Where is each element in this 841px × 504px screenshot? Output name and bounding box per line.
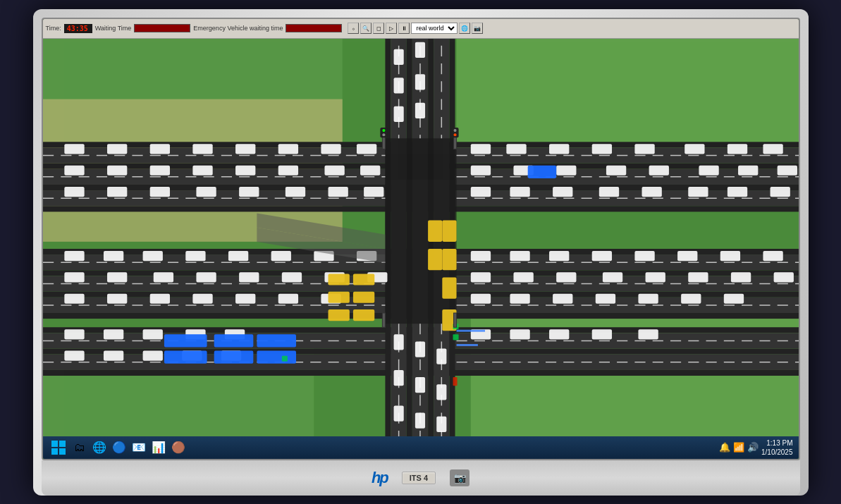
svg-rect-149 [64,329,84,339]
svg-rect-183 [442,277,456,298]
svg-rect-56 [506,144,526,154]
svg-rect-130 [228,251,247,261]
svg-rect-73 [553,187,572,197]
svg-rect-109 [720,251,739,261]
svg-rect-225 [59,448,66,455]
svg-rect-182 [442,249,456,270]
app-toolbar: Time: 43:35 Waiting Time Emergency Vehic… [43,19,799,39]
svg-rect-58 [591,144,611,154]
emergency-label: Emergency Vehicle waiting time [193,25,283,32]
svg-rect-123 [638,293,658,303]
svg-rect-201 [453,334,458,340]
taskbar-icon-chrome[interactable]: 🔵 [111,439,128,456]
toolbar-btn-2[interactable]: 🔍 [360,23,372,34]
camera-button[interactable]: 📷 [450,469,469,486]
svg-rect-142 [64,293,84,303]
svg-rect-120 [510,293,529,303]
svg-rect-85 [321,144,340,154]
svg-rect-185 [428,220,442,241]
svg-rect-171 [393,369,403,385]
svg-rect-199 [527,165,555,178]
svg-rect-145 [192,293,212,303]
svg-rect-170 [393,334,403,350]
toolbar-btn-4[interactable]: ▷ [386,23,397,34]
svg-rect-103 [470,251,490,261]
svg-rect-65 [556,165,576,175]
windows-taskbar: 🗂 🌐 🔵 📧 📊 🟤 🔔 📶 🔊 1:13 PM 1/10/2025 [43,436,799,459]
svg-rect-222 [51,441,58,447]
svg-rect-155 [103,350,123,360]
svg-rect-134 [64,272,84,282]
svg-rect-189 [328,291,349,302]
svg-rect-60 [685,144,704,154]
svg-rect-193 [164,334,207,347]
toolbar-btn-1[interactable]: ⬦ [348,23,359,34]
clock-date: 1/10/2025 [761,448,793,457]
svg-rect-113 [556,272,576,282]
svg-rect-181 [442,220,456,241]
svg-rect-63 [470,165,490,175]
svg-rect-160 [510,329,529,339]
svg-rect-127 [103,251,123,261]
svg-rect-129 [185,251,205,261]
taskbar-icon-app[interactable]: 🟤 [170,439,187,456]
taskbar-icon-excel[interactable]: 📊 [150,439,167,456]
svg-rect-146 [235,293,255,303]
svg-rect-164 [393,49,403,64]
svg-rect-147 [278,293,297,303]
taskbar-icon-mail[interactable]: 📧 [130,439,147,456]
waiting-bar [134,24,190,32]
svg-rect-202 [281,355,287,361]
svg-rect-69 [738,165,758,175]
svg-rect-79 [64,144,84,154]
toolbar-btn-6[interactable]: 🌐 [459,23,470,34]
monitor-screen-border: Time: 43:35 Waiting Time Emergency Vehic… [42,18,800,460]
svg-rect-76 [688,187,708,197]
start-button[interactable] [49,439,68,456]
svg-rect-115 [645,272,665,282]
svg-rect-80 [107,144,127,154]
waiting-label: Waiting Time [95,25,132,32]
toolbar-btn-3[interactable]: ◻ [373,23,384,34]
svg-rect-203 [453,377,457,386]
svg-rect-108 [677,251,697,261]
svg-rect-144 [149,293,169,303]
svg-rect-196 [214,350,253,363]
svg-rect-116 [688,272,708,282]
taskbar-icon-files[interactable]: 🗂 [71,439,88,456]
hp-logo: hp [372,469,388,487]
monitor-outer: Time: 43:35 Waiting Time Emergency Vehic… [33,9,809,496]
taskbar-icon-edge[interactable]: 🌐 [91,439,108,456]
toolbar-btn-7[interactable]: 📷 [472,23,483,34]
road-svg: 10m [43,39,799,459]
sim-viewport: 10m [43,39,799,459]
svg-rect-100 [285,187,305,197]
svg-rect-168 [415,74,424,90]
svg-rect-78 [770,187,790,197]
svg-rect-119 [470,293,490,303]
svg-rect-163 [638,329,658,339]
svg-rect-101 [328,187,348,197]
svg-rect-111 [470,272,490,282]
view-dropdown[interactable]: real world [411,23,458,34]
svg-rect-191 [328,309,349,320]
svg-rect-91 [235,165,255,175]
svg-rect-77 [727,187,747,197]
svg-rect-188 [352,273,374,285]
its-badge: ITS 4 [402,472,436,484]
svg-rect-84 [278,144,297,154]
svg-rect-75 [642,187,661,197]
svg-rect-165 [393,78,403,93]
svg-rect-68 [699,165,718,175]
svg-rect-72 [510,187,529,197]
svg-rect-99 [239,187,259,197]
svg-point-219 [453,133,456,136]
windows-logo-icon [51,441,66,455]
toolbar-btn-5[interactable]: ⏸ [398,23,410,34]
svg-rect-74 [598,187,618,197]
svg-rect-126 [64,251,84,261]
svg-rect-167 [415,42,424,57]
svg-rect-135 [107,272,127,282]
svg-rect-197 [257,334,296,347]
svg-rect-213 [453,313,456,327]
